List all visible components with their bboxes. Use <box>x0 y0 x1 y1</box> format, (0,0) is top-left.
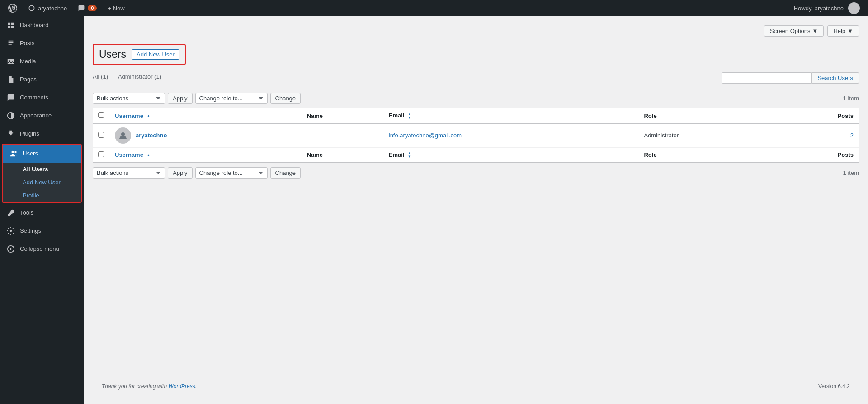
sidebar-item-settings[interactable]: Settings <box>0 222 84 240</box>
settings-icon <box>6 226 15 235</box>
admin-sidebar: Dashboard Posts Media Pages Comments <box>0 16 84 404</box>
svg-point-7 <box>121 132 125 136</box>
sidebar-item-media[interactable]: Media <box>0 52 84 70</box>
row-checkbox[interactable] <box>98 132 104 138</box>
wp-logo-item[interactable] <box>4 0 22 16</box>
sidebar-item-pages[interactable]: Pages <box>0 70 84 89</box>
sidebar-item-posts[interactable]: Posts <box>0 34 84 52</box>
search-users-button[interactable]: Search Users <box>812 72 859 84</box>
toolbar-bottom: Bulk actions Apply Change role to... Cha… <box>93 167 859 179</box>
new-content-label: + New <box>108 5 124 12</box>
post-count-link[interactable]: 2 <box>850 132 854 139</box>
sidebar-label-posts: Posts <box>20 39 35 47</box>
apply-label-top: Apply <box>173 95 188 102</box>
filter-admin-count: (1) <box>154 73 161 80</box>
footer-thank-you: Thank you for creating with <box>102 383 167 390</box>
username-col-label: Username <box>115 113 143 119</box>
username-link[interactable]: aryatechno <box>136 132 167 139</box>
email-col-label: Email <box>389 112 405 119</box>
comments-item[interactable]: 0 <box>73 0 101 16</box>
footer-version: Version 6.4.2 <box>818 383 850 390</box>
item-count-bottom: 1 item <box>843 169 859 176</box>
svg-point-5 <box>10 230 12 232</box>
name-col-label: Name <box>307 113 323 119</box>
help-arrow: ▼ <box>847 28 853 34</box>
table-footer-row: Username ▲ Name Email ▲ ▼ <box>93 147 859 163</box>
th-username[interactable]: Username ▲ <box>109 108 302 123</box>
th-name: Name <box>302 108 383 123</box>
wp-footer: Thank you for creating with WordPress. V… <box>93 378 859 395</box>
footer-wordpress-link[interactable]: WordPress <box>168 383 195 390</box>
submenu-item-all-users[interactable]: All Users <box>3 163 81 176</box>
filter-admin-link[interactable]: Administrator (1) <box>118 73 161 80</box>
sidebar-label-tools: Tools <box>20 209 33 217</box>
th-footer-username[interactable]: Username ▲ <box>109 147 302 163</box>
select-all-checkbox-top[interactable] <box>98 112 104 118</box>
search-users-label: Search Users <box>817 75 853 81</box>
help-button[interactable]: Help ▼ <box>827 25 859 37</box>
site-name: aryatechno <box>38 5 67 12</box>
sidebar-label-comments: Comments <box>20 94 48 102</box>
item-count-top: 1 item <box>843 95 859 102</box>
submenu-item-profile[interactable]: Profile <box>3 189 81 202</box>
apply-label-bottom: Apply <box>173 169 188 176</box>
new-content-item[interactable]: + New <box>103 0 129 16</box>
change-button-top[interactable]: Change <box>270 93 301 104</box>
comments-icon <box>6 93 15 102</box>
sidebar-label-media: Media <box>20 57 36 66</box>
add-new-user-label: Add New User <box>23 179 61 186</box>
footer-name-col-label: Name <box>307 151 323 158</box>
footer-username-sort: ▲ <box>147 154 151 157</box>
submenu-item-add-new-user[interactable]: Add New User <box>3 176 81 189</box>
sidebar-item-appearance[interactable]: Appearance <box>0 107 84 125</box>
select-all-checkbox-bottom[interactable] <box>98 151 104 157</box>
help-label: Help <box>833 28 845 34</box>
footer-right: Version 6.4.2 <box>818 383 850 390</box>
role-col-label: Role <box>644 113 656 119</box>
footer-left: Thank you for creating with WordPress. <box>102 383 197 390</box>
search-area: Search Users <box>722 72 859 84</box>
main-content: Screen Options ▼ Help ▼ Users Add New Us… <box>84 16 868 404</box>
change-role-select-top[interactable]: Change role to... <box>195 93 268 104</box>
sidebar-item-dashboard[interactable]: Dashboard <box>0 16 84 34</box>
user-avatar <box>848 2 860 14</box>
screen-options-button[interactable]: Screen Options ▼ <box>764 25 824 37</box>
row-name-cell: — <box>302 123 383 147</box>
sidebar-item-collapse[interactable]: Collapse menu <box>0 240 84 258</box>
bulk-actions-select-top[interactable]: Bulk actions <box>93 93 165 104</box>
site-name-item[interactable]: aryatechno <box>24 0 71 16</box>
profile-label: Profile <box>23 192 39 199</box>
sidebar-item-plugins[interactable]: Plugins <box>0 125 84 143</box>
sidebar-label-appearance: Appearance <box>20 112 52 120</box>
svg-point-3 <box>12 151 14 153</box>
email-link[interactable]: info.aryatechno@gmail.com <box>389 132 462 139</box>
row-checkbox-cell <box>93 123 109 147</box>
users-submenu: All Users Add New User Profile <box>3 163 81 202</box>
howdy-text: Howdy, aryatechno <box>794 5 844 12</box>
th-footer-email[interactable]: Email ▲ ▼ <box>383 147 639 163</box>
sidebar-item-tools[interactable]: Tools <box>0 204 84 222</box>
add-new-user-button[interactable]: Add New User <box>132 49 179 60</box>
sidebar-item-users[interactable]: Users <box>3 145 81 163</box>
footer-email-sort: ▲ ▼ <box>408 151 411 159</box>
sidebar-item-comments[interactable]: Comments <box>0 89 84 107</box>
sidebar-label-settings: Settings <box>20 227 41 235</box>
user-cell: aryatechno <box>115 127 296 144</box>
filter-all-link[interactable]: All (1) <box>93 73 110 80</box>
table-header-row: Username ▲ Name Email ▲ ▼ <box>93 108 859 123</box>
footer-username-col-label: Username <box>115 151 143 158</box>
svg-point-4 <box>14 151 17 153</box>
bulk-actions-select-bottom[interactable]: Bulk actions <box>93 167 165 179</box>
th-email[interactable]: Email ▲ ▼ <box>383 108 639 123</box>
th-footer-posts: Posts <box>777 147 859 163</box>
search-input[interactable] <box>722 72 812 84</box>
change-button-bottom[interactable]: Change <box>270 167 301 179</box>
apply-button-top[interactable]: Apply <box>168 93 193 104</box>
row-username-cell: aryatechno <box>109 123 302 147</box>
apply-button-bottom[interactable]: Apply <box>168 167 193 179</box>
plugins-icon <box>6 129 15 138</box>
change-role-select-bottom[interactable]: Change role to... <box>195 167 268 179</box>
footer-role-col-label: Role <box>644 151 656 158</box>
page-title: Users <box>99 48 126 61</box>
media-icon <box>6 57 15 66</box>
